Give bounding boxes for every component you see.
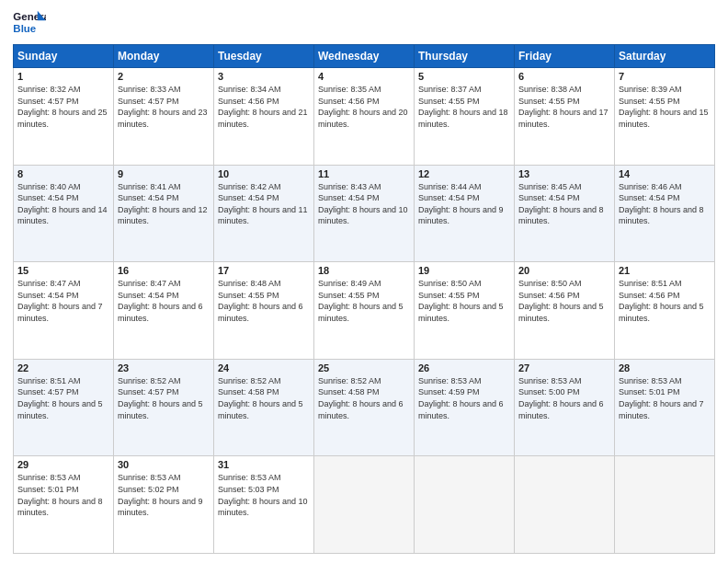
calendar-cell: 25 Sunrise: 8:52 AMSunset: 4:58 PMDaylig… bbox=[314, 359, 415, 456]
calendar-week-3: 15 Sunrise: 8:47 AMSunset: 4:54 PMDaylig… bbox=[14, 262, 715, 360]
day-info: Sunrise: 8:52 AMSunset: 4:58 PMDaylight:… bbox=[318, 376, 404, 420]
day-number: 28 bbox=[619, 362, 711, 373]
day-info: Sunrise: 8:51 AMSunset: 4:57 PMDaylight:… bbox=[17, 376, 103, 420]
day-number: 15 bbox=[17, 265, 109, 276]
day-info: Sunrise: 8:35 AMSunset: 4:56 PMDaylight:… bbox=[318, 85, 408, 129]
logo: General Blue bbox=[13, 9, 46, 37]
day-info: Sunrise: 8:32 AMSunset: 4:57 PMDaylight:… bbox=[17, 85, 108, 129]
calendar-cell: 26 Sunrise: 8:53 AMSunset: 4:59 PMDaylig… bbox=[415, 359, 515, 456]
calendar-cell: 5 Sunrise: 8:37 AMSunset: 4:55 PMDayligh… bbox=[415, 68, 515, 166]
day-info: Sunrise: 8:48 AMSunset: 4:55 PMDaylight:… bbox=[218, 279, 303, 323]
calendar-cell: 20 Sunrise: 8:50 AMSunset: 4:56 PMDaylig… bbox=[515, 262, 615, 360]
calendar-cell: 29 Sunrise: 8:53 AMSunset: 5:01 PMDaylig… bbox=[14, 456, 114, 554]
day-info: Sunrise: 8:53 AMSunset: 5:01 PMDaylight:… bbox=[17, 473, 103, 517]
day-number: 22 bbox=[17, 362, 109, 373]
day-info: Sunrise: 8:53 AMSunset: 5:03 PMDaylight:… bbox=[218, 473, 308, 517]
calendar-cell: 23 Sunrise: 8:52 AMSunset: 4:57 PMDaylig… bbox=[114, 359, 214, 456]
calendar-cell: 3 Sunrise: 8:34 AMSunset: 4:56 PMDayligh… bbox=[214, 68, 314, 166]
day-info: Sunrise: 8:46 AMSunset: 4:54 PMDaylight:… bbox=[619, 182, 704, 226]
day-info: Sunrise: 8:40 AMSunset: 4:54 PMDaylight:… bbox=[17, 182, 108, 226]
day-number: 13 bbox=[518, 168, 610, 179]
day-number: 18 bbox=[318, 265, 410, 276]
day-info: Sunrise: 8:52 AMSunset: 4:57 PMDaylight:… bbox=[118, 376, 203, 420]
day-info: Sunrise: 8:50 AMSunset: 4:56 PMDaylight:… bbox=[518, 279, 604, 323]
day-number: 11 bbox=[318, 168, 410, 179]
day-number: 27 bbox=[518, 362, 610, 373]
day-info: Sunrise: 8:44 AMSunset: 4:54 PMDaylight:… bbox=[418, 182, 504, 226]
day-number: 5 bbox=[418, 71, 510, 82]
calendar-table: SundayMondayTuesdayWednesdayThursdayFrid… bbox=[13, 44, 715, 554]
calendar-header-wednesday: Wednesday bbox=[314, 45, 415, 68]
day-number: 25 bbox=[318, 362, 410, 373]
calendar-cell bbox=[415, 456, 515, 554]
calendar-cell: 4 Sunrise: 8:35 AMSunset: 4:56 PMDayligh… bbox=[314, 68, 415, 166]
day-info: Sunrise: 8:34 AMSunset: 4:56 PMDaylight:… bbox=[218, 85, 308, 129]
day-number: 9 bbox=[118, 168, 210, 179]
calendar-cell: 19 Sunrise: 8:50 AMSunset: 4:55 PMDaylig… bbox=[415, 262, 515, 360]
day-info: Sunrise: 8:50 AMSunset: 4:55 PMDaylight:… bbox=[418, 279, 504, 323]
day-number: 14 bbox=[619, 168, 711, 179]
day-number: 23 bbox=[118, 362, 210, 373]
day-number: 12 bbox=[418, 168, 510, 179]
day-number: 8 bbox=[17, 168, 109, 179]
calendar-cell: 31 Sunrise: 8:53 AMSunset: 5:03 PMDaylig… bbox=[214, 456, 314, 554]
calendar-week-1: 1 Sunrise: 8:32 AMSunset: 4:57 PMDayligh… bbox=[14, 68, 715, 166]
day-info: Sunrise: 8:53 AMSunset: 4:59 PMDaylight:… bbox=[418, 376, 504, 420]
calendar-cell: 9 Sunrise: 8:41 AMSunset: 4:54 PMDayligh… bbox=[114, 165, 214, 262]
day-number: 6 bbox=[518, 71, 610, 82]
calendar-header-row: SundayMondayTuesdayWednesdayThursdayFrid… bbox=[14, 45, 715, 68]
day-number: 29 bbox=[17, 459, 109, 470]
day-info: Sunrise: 8:52 AMSunset: 4:58 PMDaylight:… bbox=[218, 376, 303, 420]
calendar-cell bbox=[314, 456, 415, 554]
day-info: Sunrise: 8:51 AMSunset: 4:56 PMDaylight:… bbox=[619, 279, 704, 323]
day-info: Sunrise: 8:33 AMSunset: 4:57 PMDaylight:… bbox=[118, 85, 208, 129]
calendar-cell: 12 Sunrise: 8:44 AMSunset: 4:54 PMDaylig… bbox=[415, 165, 515, 262]
calendar-header-friday: Friday bbox=[515, 45, 615, 68]
day-info: Sunrise: 8:37 AMSunset: 4:55 PMDaylight:… bbox=[418, 85, 508, 129]
calendar-cell: 28 Sunrise: 8:53 AMSunset: 5:01 PMDaylig… bbox=[615, 359, 715, 456]
calendar-cell: 1 Sunrise: 8:32 AMSunset: 4:57 PMDayligh… bbox=[14, 68, 114, 166]
calendar-header-tuesday: Tuesday bbox=[214, 45, 314, 68]
day-info: Sunrise: 8:41 AMSunset: 4:54 PMDaylight:… bbox=[118, 182, 208, 226]
day-number: 19 bbox=[418, 265, 510, 276]
svg-text:Blue: Blue bbox=[13, 23, 36, 34]
calendar-cell: 30 Sunrise: 8:53 AMSunset: 5:02 PMDaylig… bbox=[114, 456, 214, 554]
calendar-cell: 21 Sunrise: 8:51 AMSunset: 4:56 PMDaylig… bbox=[615, 262, 715, 360]
day-info: Sunrise: 8:53 AMSunset: 5:02 PMDaylight:… bbox=[118, 473, 203, 517]
day-info: Sunrise: 8:38 AMSunset: 4:55 PMDaylight:… bbox=[518, 85, 609, 129]
day-number: 4 bbox=[318, 71, 410, 82]
calendar-cell: 6 Sunrise: 8:38 AMSunset: 4:55 PMDayligh… bbox=[515, 68, 615, 166]
day-number: 10 bbox=[218, 168, 310, 179]
day-info: Sunrise: 8:42 AMSunset: 4:54 PMDaylight:… bbox=[218, 182, 308, 226]
header: General Blue bbox=[13, 9, 715, 37]
day-info: Sunrise: 8:47 AMSunset: 4:54 PMDaylight:… bbox=[17, 279, 103, 323]
calendar-cell: 27 Sunrise: 8:53 AMSunset: 5:00 PMDaylig… bbox=[515, 359, 615, 456]
calendar-cell: 10 Sunrise: 8:42 AMSunset: 4:54 PMDaylig… bbox=[214, 165, 314, 262]
calendar-cell: 11 Sunrise: 8:43 AMSunset: 4:54 PMDaylig… bbox=[314, 165, 415, 262]
day-number: 31 bbox=[218, 459, 310, 470]
day-number: 21 bbox=[619, 265, 711, 276]
day-info: Sunrise: 8:39 AMSunset: 4:55 PMDaylight:… bbox=[619, 85, 709, 129]
calendar-cell: 14 Sunrise: 8:46 AMSunset: 4:54 PMDaylig… bbox=[615, 165, 715, 262]
calendar-header-thursday: Thursday bbox=[415, 45, 515, 68]
day-info: Sunrise: 8:53 AMSunset: 5:01 PMDaylight:… bbox=[619, 376, 704, 420]
calendar-cell bbox=[515, 456, 615, 554]
day-info: Sunrise: 8:47 AMSunset: 4:54 PMDaylight:… bbox=[118, 279, 203, 323]
day-info: Sunrise: 8:45 AMSunset: 4:54 PMDaylight:… bbox=[518, 182, 604, 226]
calendar-cell: 16 Sunrise: 8:47 AMSunset: 4:54 PMDaylig… bbox=[114, 262, 214, 360]
calendar-header-saturday: Saturday bbox=[615, 45, 715, 68]
day-number: 26 bbox=[418, 362, 510, 373]
day-number: 20 bbox=[518, 265, 610, 276]
calendar-cell: 15 Sunrise: 8:47 AMSunset: 4:54 PMDaylig… bbox=[14, 262, 114, 360]
day-info: Sunrise: 8:49 AMSunset: 4:55 PMDaylight:… bbox=[318, 279, 404, 323]
calendar-cell bbox=[615, 456, 715, 554]
calendar-cell: 24 Sunrise: 8:52 AMSunset: 4:58 PMDaylig… bbox=[214, 359, 314, 456]
day-info: Sunrise: 8:43 AMSunset: 4:54 PMDaylight:… bbox=[318, 182, 408, 226]
day-number: 7 bbox=[619, 71, 711, 82]
calendar-cell: 7 Sunrise: 8:39 AMSunset: 4:55 PMDayligh… bbox=[615, 68, 715, 166]
calendar-week-4: 22 Sunrise: 8:51 AMSunset: 4:57 PMDaylig… bbox=[14, 359, 715, 456]
calendar-week-2: 8 Sunrise: 8:40 AMSunset: 4:54 PMDayligh… bbox=[14, 165, 715, 262]
calendar-cell: 13 Sunrise: 8:45 AMSunset: 4:54 PMDaylig… bbox=[515, 165, 615, 262]
day-number: 1 bbox=[17, 71, 109, 82]
day-number: 3 bbox=[218, 71, 310, 82]
